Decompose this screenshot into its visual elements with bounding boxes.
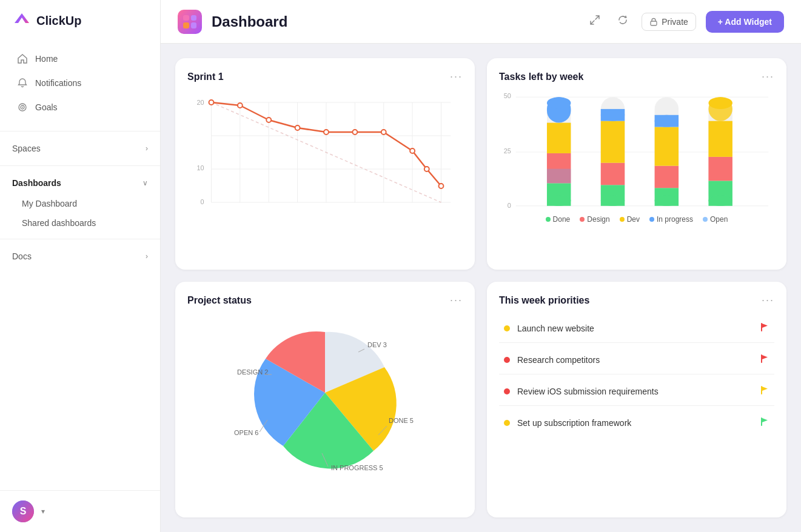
sidebar-item-shared-dashboards[interactable]: Shared dashboards <box>0 213 160 233</box>
sprint-card-header: Sprint 1 ··· <box>187 70 463 83</box>
legend-done-dot <box>546 217 551 222</box>
sidebar-item-home[interactable]: Home <box>5 47 155 70</box>
svg-rect-74 <box>761 386 762 394</box>
svg-text:10: 10 <box>197 164 204 171</box>
svg-rect-48 <box>601 163 625 185</box>
svg-rect-44 <box>547 97 571 109</box>
sidebar-footer: S ▾ <box>0 490 160 532</box>
spaces-label: Spaces <box>12 144 41 153</box>
project-status-menu[interactable]: ··· <box>450 294 463 307</box>
priorities-card-header: This week priorities ··· <box>499 294 774 307</box>
legend-open-dot <box>703 217 708 222</box>
svg-rect-72 <box>761 323 762 331</box>
goals-label: Goals <box>35 102 58 112</box>
user-avatar[interactable]: S <box>12 500 34 522</box>
svg-point-28 <box>381 130 386 135</box>
sidebar-section-dashboards[interactable]: Dashboards ∨ <box>0 172 160 194</box>
bar-chart-legend: Done Design Dev In progress <box>499 215 774 224</box>
svg-text:0: 0 <box>508 202 511 209</box>
project-status-title: Project status <box>187 295 252 306</box>
sprint-card-menu[interactable]: ··· <box>450 70 463 83</box>
legend-design-dot <box>580 217 585 222</box>
svg-point-3 <box>22 107 23 108</box>
home-label: Home <box>35 54 58 64</box>
svg-rect-59 <box>655 195 679 206</box>
clickup-logo-icon <box>12 11 32 30</box>
svg-rect-65 <box>708 97 732 109</box>
svg-rect-63 <box>708 121 732 157</box>
spaces-chevron: › <box>146 144 148 153</box>
sidebar: ClickUp Home Notifications Goals Spaces … <box>0 0 161 532</box>
priority-item-2: Research competitors <box>499 345 774 374</box>
priority-flag-4 <box>760 417 769 428</box>
dashboard-grid: Sprint 1 ··· <box>161 44 801 532</box>
svg-point-25 <box>295 125 300 130</box>
sidebar-section-spaces[interactable]: Spaces › <box>0 138 160 159</box>
divider-3 <box>0 239 160 239</box>
clickup-logo-text: ClickUp <box>36 14 81 28</box>
svg-rect-55 <box>655 166 679 188</box>
legend-dev-dot <box>620 217 625 222</box>
priority-item-1: Launch new website <box>499 314 774 343</box>
notifications-label: Notifications <box>35 78 81 88</box>
svg-rect-75 <box>761 417 762 426</box>
svg-rect-4 <box>651 21 657 25</box>
svg-point-23 <box>238 103 243 108</box>
divider-2 <box>0 165 160 166</box>
page-title: Dashboard <box>212 13 576 30</box>
svg-point-31 <box>439 184 444 188</box>
private-badge[interactable]: Private <box>642 13 696 31</box>
sidebar-item-goals[interactable]: Goals <box>5 96 155 119</box>
project-status-header: Project status ··· <box>187 294 463 307</box>
tasks-card-menu[interactable]: ··· <box>762 70 774 83</box>
priority-dot-1 <box>504 325 510 331</box>
docs-label: Docs <box>12 251 32 261</box>
bar-chart-area: 50 25 0 <box>499 90 774 224</box>
project-status-card: Project status ··· <box>175 282 475 517</box>
priority-text-3: Review iOS submission requirements <box>517 387 752 396</box>
svg-point-22 <box>209 100 214 105</box>
add-widget-button[interactable]: + Add Widget <box>706 11 784 33</box>
priority-flag-1 <box>760 322 769 334</box>
priority-text-2: Research competitors <box>517 355 752 365</box>
main-content: Dashboard Private + Add Widget Sprint 1 … <box>161 0 801 532</box>
priority-text-4: Set up subscription framework <box>517 418 752 428</box>
svg-rect-45 <box>547 195 571 206</box>
svg-rect-73 <box>761 354 762 363</box>
pie-chart-container: DEV 3 DONE 5 IN PROGRESS 5 OPEN 6 DESIGN… <box>187 314 463 471</box>
sidebar-item-notifications[interactable]: Notifications <box>5 71 155 95</box>
svg-point-27 <box>352 130 357 135</box>
avatar-letter: S <box>12 500 34 522</box>
legend-design-label: Design <box>587 215 609 224</box>
svg-rect-66 <box>708 195 732 206</box>
pie-label-open: OPEN 6 <box>234 429 258 436</box>
private-label: Private <box>662 17 688 27</box>
sidebar-item-my-dashboard[interactable]: My Dashboard <box>0 194 160 213</box>
priority-dot-4 <box>504 420 510 426</box>
priorities-card-menu[interactable]: ··· <box>762 294 774 307</box>
svg-point-30 <box>424 167 429 171</box>
home-icon <box>17 53 28 64</box>
svg-point-29 <box>410 148 415 153</box>
svg-rect-43 <box>547 169 571 184</box>
sidebar-section-docs[interactable]: Docs › <box>0 245 160 267</box>
svg-text:0: 0 <box>201 198 204 205</box>
sprint-chart: 20 10 0 <box>187 90 463 224</box>
svg-text:20: 20 <box>197 99 204 106</box>
priorities-list: Launch new website Research competitors … <box>499 314 774 437</box>
svg-marker-0 <box>15 13 29 23</box>
user-dropdown-arrow[interactable]: ▾ <box>41 507 45 516</box>
priority-item-4: Set up subscription framework <box>499 408 774 437</box>
sprint-card-title: Sprint 1 <box>187 71 224 82</box>
svg-text:50: 50 <box>504 92 511 99</box>
legend-inprogress-label: In progress <box>657 215 693 224</box>
pie-label-inprogress: IN PROGRESS 5 <box>331 464 383 471</box>
legend-inprogress-dot <box>649 217 654 222</box>
svg-rect-51 <box>601 109 625 121</box>
pie-label-dev: DEV 3 <box>367 341 387 348</box>
svg-rect-52 <box>601 195 625 206</box>
dashboard-icon <box>178 10 202 34</box>
tasks-card-header: Tasks left by week ··· <box>499 70 774 83</box>
expand-button[interactable] <box>586 11 604 32</box>
refresh-button[interactable] <box>614 11 632 32</box>
